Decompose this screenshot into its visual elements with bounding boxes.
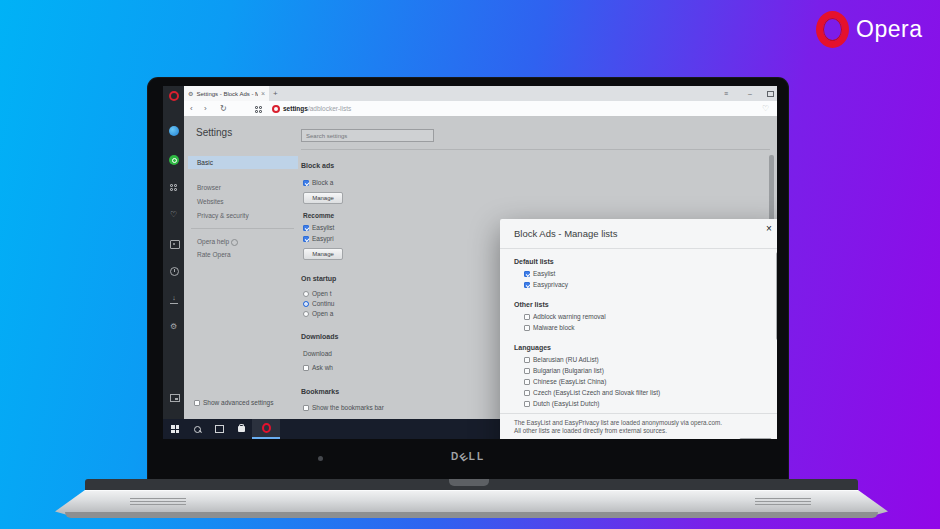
nav-item-websites[interactable]: Websites [188, 195, 298, 208]
show-bookmarks-bar-checkbox[interactable] [303, 405, 309, 411]
startup-radio-3[interactable] [303, 311, 309, 317]
list-label: Easylist [533, 270, 555, 277]
history-icon[interactable] [170, 267, 179, 276]
messenger-icon[interactable] [169, 126, 179, 136]
update-button[interactable]: Update [739, 438, 772, 439]
start-button[interactable] [165, 419, 185, 439]
startup-option-row[interactable]: Open t [303, 290, 332, 297]
block-ads-label: Block a [312, 179, 333, 186]
taskbar-opera-button[interactable] [252, 419, 280, 439]
opera-menu-icon[interactable] [169, 91, 179, 101]
dialog-list-row[interactable]: Adblock warning removal [524, 313, 606, 320]
on-startup-heading: On startup [301, 275, 336, 282]
speaker-grille-right [755, 498, 811, 505]
speaker-grille-left [130, 498, 186, 505]
reload-icon[interactable]: ↻ [220, 104, 227, 114]
block-ads-manage-lists-dialog: Block Ads - Manage lists × Default lists… [500, 219, 777, 439]
dialog-list-row[interactable]: Easyprivacy [524, 281, 568, 288]
whatsapp-icon[interactable] [169, 155, 179, 165]
list-label: Belarusian (RU AdList) [533, 356, 599, 363]
dialog-info-line2: All other lists are loaded directly from… [514, 427, 667, 436]
dialog-list-row[interactable]: Dutch (EasyList Dutch) [524, 400, 599, 407]
task-view-button[interactable] [209, 419, 229, 439]
adblock-warning-removal-checkbox[interactable] [524, 314, 530, 320]
laptop-lid-notch [449, 479, 489, 486]
dialog-list-row[interactable]: Czech (EasyList Czech and Slovak filter … [524, 389, 660, 396]
startup-radio-2[interactable] [303, 301, 309, 307]
dialog-scrollbar[interactable] [776, 252, 777, 340]
tab-tiles-icon[interactable] [255, 106, 262, 113]
maximize-button[interactable] [767, 91, 774, 97]
tab-close-icon[interactable]: × [261, 90, 265, 97]
bulgarian-checkbox[interactable] [524, 368, 530, 374]
back-icon[interactable]: ‹ [190, 104, 193, 114]
forward-icon[interactable]: › [204, 104, 207, 114]
startup-option-row[interactable]: Continu [303, 300, 334, 307]
search-settings-input[interactable] [301, 129, 434, 142]
link-rate-opera[interactable]: Rate Opera [188, 248, 298, 261]
dialog-list-row[interactable]: Easylist [524, 270, 555, 277]
url-field[interactable]: settings/adblocker-lists [283, 105, 351, 112]
speed-dial-icon[interactable] [170, 184, 177, 191]
bookmarks-heart-icon[interactable]: ♡ [163, 210, 184, 219]
languages-heading: Languages [514, 344, 551, 351]
easylist-checkbox[interactable] [303, 225, 309, 231]
save-to-bookmarks-heart-icon[interactable]: ♡ [762, 104, 769, 113]
opera-brand-text: Opera [856, 16, 922, 43]
dialog-list-row[interactable]: Malware block [524, 324, 575, 331]
list-label: Chinese (EasyList China) [533, 378, 606, 385]
easylist-row[interactable]: Easylist [303, 224, 334, 231]
easyprivacy-dialog-checkbox[interactable] [524, 282, 530, 288]
dialog-close-icon[interactable]: × [766, 224, 772, 234]
windows-logo-icon [171, 425, 179, 433]
laptop-base [55, 479, 888, 519]
list-label: Dutch (EasyList Dutch) [533, 400, 599, 407]
belarusian-checkbox[interactable] [524, 357, 530, 363]
tab-menu-icon[interactable]: ≡ [724, 89, 728, 98]
dialog-list-row[interactable]: Belarusian (RU AdList) [524, 356, 599, 363]
ask-where-row[interactable]: Ask wh [303, 364, 333, 371]
dialog-header-divider [500, 248, 777, 249]
nav-item-browser[interactable]: Browser [188, 181, 298, 194]
easylist-dialog-checkbox[interactable] [524, 271, 530, 277]
store-button[interactable] [231, 419, 251, 439]
advanced-settings-checkbox[interactable] [194, 400, 200, 406]
ask-where-label: Ask wh [312, 364, 333, 371]
czech-checkbox[interactable] [524, 390, 530, 396]
opera-badge-icon [272, 105, 280, 113]
block-ads-enable-row[interactable]: Block a [303, 179, 333, 186]
manage-button-2[interactable]: Manage [303, 248, 343, 260]
personal-news-icon[interactable] [170, 240, 180, 249]
nav-item-basic[interactable]: Basic [188, 156, 298, 169]
link-opera-help[interactable]: Opera help [188, 235, 298, 248]
startup-option-3-label: Open a [312, 310, 333, 317]
easylist-label: Easylist [312, 224, 334, 231]
show-advanced-settings-row[interactable]: Show advanced settings [194, 399, 273, 406]
other-lists-heading: Other lists [514, 301, 549, 308]
store-bag-icon [238, 426, 245, 432]
malware-block-checkbox[interactable] [524, 325, 530, 331]
startup-option-row[interactable]: Open a [303, 310, 333, 317]
chinese-checkbox[interactable] [524, 379, 530, 385]
nav-item-privacy-security[interactable]: Privacy & security [188, 209, 298, 222]
downloads-icon[interactable]: ↓ [170, 295, 178, 304]
easyprivacy-checkbox[interactable] [303, 236, 309, 242]
block-ads-checkbox[interactable] [303, 180, 309, 186]
external-link-icon [231, 239, 238, 246]
settings-gear-icon[interactable]: ⚙ [163, 322, 184, 331]
show-bookmarks-bar-row[interactable]: Show the bookmarks bar [303, 404, 384, 411]
minimize-button[interactable]: – [748, 89, 752, 98]
recommended-lists-label: Recomme [303, 212, 334, 219]
taskbar-search-button[interactable] [187, 419, 207, 439]
startup-radio-1[interactable] [303, 291, 309, 297]
dialog-list-row[interactable]: Chinese (EasyList China) [524, 378, 606, 385]
tab-favicon-gear-icon: ⚙ [188, 90, 193, 97]
manage-button-1[interactable]: Manage [303, 192, 343, 204]
easyprivacy-row[interactable]: Easypri [303, 235, 334, 242]
new-tab-button[interactable]: + [273, 89, 278, 98]
ask-where-checkbox[interactable] [303, 365, 309, 371]
dialog-list-row[interactable]: Bulgarian (Bulgarian list) [524, 367, 604, 374]
dutch-checkbox[interactable] [524, 401, 530, 407]
active-tab[interactable]: ⚙ Settings - Block Ads - Ma × [184, 86, 269, 101]
video-popout-icon[interactable] [170, 394, 180, 402]
